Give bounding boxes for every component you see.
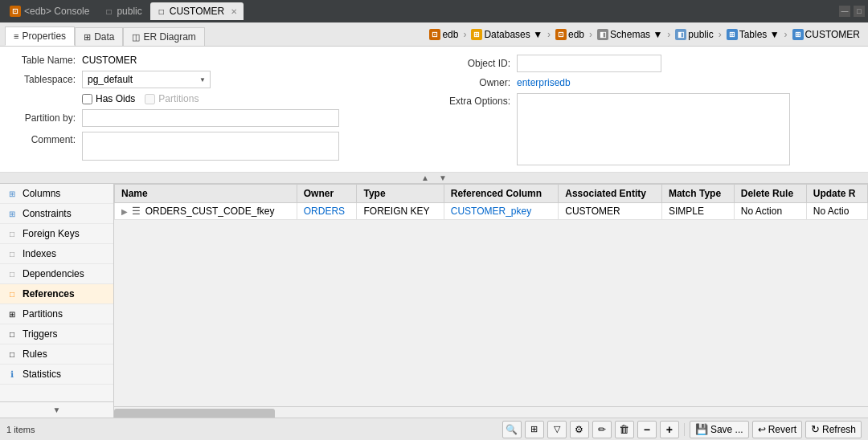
- horizontal-scrollbar[interactable]: [114, 406, 868, 418]
- indexes-icon: □: [6, 248, 18, 259]
- bc-customer-icon: ⊞: [792, 29, 804, 40]
- sidebar-columns-label: Columns: [23, 188, 60, 199]
- tab-er-diagram[interactable]: ◫ ER Diagram: [123, 27, 204, 46]
- col-type: Type: [357, 185, 444, 203]
- bc-public-label: public: [688, 29, 713, 40]
- comment-input[interactable]: [82, 132, 339, 161]
- tab-close-icon[interactable]: ✕: [231, 7, 237, 16]
- tab-properties-label: Properties: [22, 31, 66, 42]
- sidebar-item-dependencies[interactable]: □ Dependencies: [0, 264, 113, 284]
- refresh-label: Refresh: [822, 424, 856, 435]
- bc-public-icon: ◧: [675, 29, 686, 40]
- bc-schemas[interactable]: ◧ Schemas ▼: [594, 27, 665, 42]
- sidebar-item-statistics[interactable]: ℹ Statistics: [0, 365, 113, 385]
- filter-button[interactable]: ⊞: [525, 421, 544, 438]
- bc-tables-icon: ⊞: [727, 29, 738, 40]
- maximize-button[interactable]: □: [854, 6, 865, 17]
- rules-icon: □: [6, 348, 18, 360]
- toolbar: ≡ Properties ⊞ Data ◫ ER Diagram ⊡ edb ›…: [0, 22, 868, 47]
- tab-customer[interactable]: □ CUSTOMER ✕: [150, 2, 244, 20]
- tab-public-label: public: [117, 6, 141, 17]
- col-name: Name: [115, 185, 297, 203]
- bc-schemas-label: Schemas ▼: [610, 29, 662, 40]
- owner-cell-link[interactable]: ORDERS: [304, 206, 345, 217]
- collapse-down-button[interactable]: ▼: [436, 173, 450, 182]
- search-button[interactable]: 🔍: [502, 421, 522, 438]
- split-pane: ⊞ Columns ⊞ Constraints □ Foreign Keys □…: [0, 184, 868, 418]
- cell-type: FOREIGN KEY: [357, 203, 444, 220]
- cell-update: No Actio: [806, 203, 867, 220]
- delete-button[interactable]: 🗑: [615, 421, 634, 438]
- funnel-button[interactable]: ▽: [547, 421, 567, 438]
- col-match: Match Type: [661, 185, 734, 203]
- plus-button[interactable]: +: [660, 421, 679, 438]
- tab-properties[interactable]: ≡ Properties: [5, 26, 75, 46]
- tab-public[interactable]: □ public: [97, 2, 148, 20]
- extra-options-input[interactable]: [517, 93, 790, 165]
- bc-edb-label: edb: [442, 29, 458, 40]
- breadcrumb: ⊡ edb › ⊞ Databases ▼ › ⊡ edb › ◧ Schema…: [426, 22, 868, 46]
- bc-sep-6: ›: [784, 29, 788, 40]
- bc-schemas-icon: ◧: [597, 29, 608, 40]
- tab-console[interactable]: ⊡ <edb> Console: [3, 2, 96, 20]
- refresh-button[interactable]: ↻ Refresh: [805, 421, 862, 438]
- col-ref-col: Referenced Column: [444, 185, 559, 203]
- tab-data-label: Data: [94, 31, 114, 43]
- row-db-icon: ☰: [132, 206, 141, 217]
- bc-customer[interactable]: ⊞ CUSTOMER: [789, 27, 863, 42]
- sidebar-item-constraints[interactable]: ⊞ Constraints: [0, 204, 113, 224]
- collapse-bar: ▲ ▼: [0, 173, 868, 184]
- bc-public[interactable]: ◧ public: [672, 27, 716, 42]
- object-id-input[interactable]: 16450: [517, 55, 661, 72]
- sidebar-item-columns[interactable]: ⊞ Columns: [0, 184, 113, 204]
- bc-databases[interactable]: ⊞ Databases ▼: [468, 27, 546, 42]
- sidebar-item-indexes[interactable]: □ Indexes: [0, 244, 113, 264]
- collapse-up-button[interactable]: ▲: [418, 173, 432, 182]
- object-id-row: Object ID: 16450: [446, 55, 857, 72]
- sidebar-item-references[interactable]: □ References: [0, 284, 113, 304]
- extra-options-label: Extra Options:: [446, 96, 510, 107]
- bc-customer-label: CUSTOMER: [805, 29, 860, 40]
- table-name-label: Table Name:: [11, 55, 76, 66]
- settings-button[interactable]: ⚙: [570, 421, 589, 438]
- sidebar-item-foreign-keys[interactable]: □ Foreign Keys: [0, 224, 113, 244]
- bc-tables[interactable]: ⊞ Tables ▼: [723, 27, 783, 42]
- bc-edb2-label: edb: [568, 29, 584, 40]
- sidebar-item-rules[interactable]: □ Rules: [0, 344, 113, 365]
- tablespace-select-wrap: pg_default: [82, 71, 211, 88]
- table-scroll[interactable]: Name Owner Type Referenced Column Associ…: [114, 184, 868, 406]
- bc-edb[interactable]: ⊡ edb: [426, 27, 461, 42]
- save-label: Save ...: [710, 424, 743, 435]
- status-bar: 1 items 🔍 ⊞ ▽ ⚙ ✏ 🗑 − + 💾 Save ... ↩ Rev…: [0, 418, 868, 440]
- partition-by-input[interactable]: [82, 109, 339, 127]
- cell-owner: ORDERS: [297, 203, 357, 220]
- has-oids-checkbox[interactable]: [82, 94, 92, 104]
- sidebar-collapse-button[interactable]: ▼: [50, 405, 64, 414]
- refresh-icon: ↻: [811, 423, 820, 435]
- partitions-checkbox[interactable]: [145, 94, 155, 104]
- sidebar-parts-label: Partitions: [23, 308, 63, 320]
- revert-button[interactable]: ↩ Revert: [752, 421, 802, 438]
- comment-row: Comment:: [11, 132, 422, 161]
- bc-edb2[interactable]: ⊡ edb: [552, 27, 588, 42]
- sidebar-item-triggers[interactable]: □ Triggers: [0, 324, 113, 344]
- references-table: Name Owner Type Referenced Column Associ…: [114, 184, 868, 220]
- revert-icon: ↩: [758, 424, 766, 435]
- tablespace-label: Tablespace:: [11, 74, 76, 85]
- ref-col-link[interactable]: CUSTOMER_pkey: [451, 206, 531, 217]
- console-icon: ⊡: [10, 6, 21, 17]
- minus-button[interactable]: −: [637, 421, 657, 438]
- data-icon: ⊞: [84, 32, 91, 43]
- sidebar-item-partitions[interactable]: ⊞ Partitions: [0, 304, 113, 324]
- partition-by-label: Partition by:: [11, 112, 76, 124]
- sidebar: ⊞ Columns ⊞ Constraints □ Foreign Keys □…: [0, 184, 114, 418]
- row-expander[interactable]: ▶: [121, 207, 128, 216]
- edit-button[interactable]: ✏: [592, 421, 612, 438]
- minimize-button[interactable]: —: [839, 6, 850, 17]
- tab-data[interactable]: ⊞ Data: [75, 27, 123, 46]
- tablespace-select[interactable]: pg_default: [82, 71, 211, 88]
- status-count: 1 items: [6, 425, 35, 434]
- bc-sep-5: ›: [719, 29, 722, 40]
- save-button[interactable]: 💾 Save ...: [690, 421, 749, 438]
- owner-link[interactable]: enterprisedb: [517, 77, 571, 88]
